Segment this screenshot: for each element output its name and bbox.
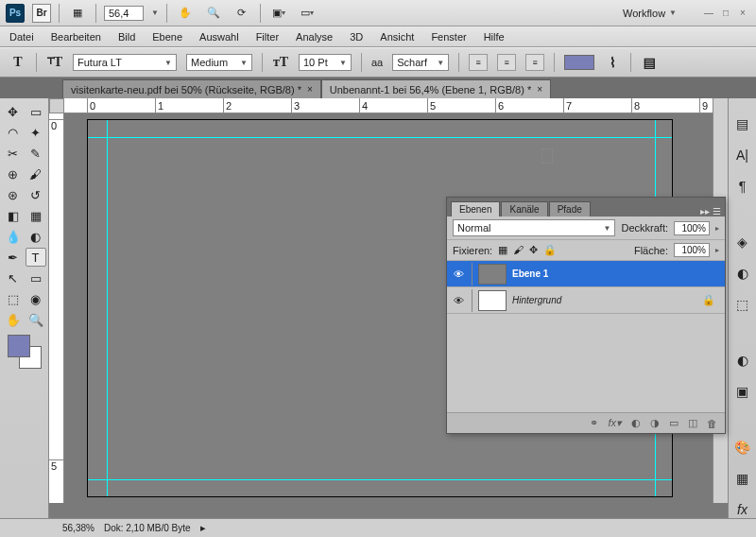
zoom-field[interactable]: 56,4 — [104, 6, 144, 21]
opacity-slider-icon[interactable]: ▸ — [715, 224, 719, 233]
crop-tool[interactable]: ✂ — [3, 144, 24, 163]
stamp-tool[interactable]: ⊛ — [3, 185, 24, 204]
film-icon[interactable]: ▦ — [67, 3, 88, 24]
menu-ansicht[interactable]: Ansicht — [380, 31, 414, 43]
eyedropper-tool[interactable]: ✎ — [26, 144, 46, 163]
character-panel-icon[interactable]: ▤ — [641, 54, 658, 71]
marquee-tool[interactable]: ▭ — [26, 102, 46, 121]
close-icon[interactable]: × — [307, 84, 313, 95]
3d-tool[interactable]: ⬚ — [3, 289, 24, 308]
shape-tool[interactable]: ▭ — [26, 268, 46, 287]
group-icon[interactable]: ▭ — [669, 417, 679, 429]
layer-name[interactable]: Hintergrund — [512, 295, 561, 305]
zoom-icon[interactable]: 🔍 — [203, 3, 224, 24]
brush-tool[interactable]: 🖌 — [26, 165, 46, 183]
align-center-button[interactable]: ≡ — [497, 54, 516, 71]
layer-row[interactable]: 👁 Ebene 1 — [447, 261, 725, 287]
color-icon[interactable]: 🎨 — [733, 440, 752, 456]
brushes-icon[interactable]: ▤ — [733, 115, 752, 131]
lock-position-icon[interactable]: ✥ — [529, 244, 538, 256]
menu-analyse[interactable]: Analyse — [296, 31, 333, 43]
text-color-swatch[interactable] — [564, 55, 594, 70]
menu-fenster[interactable]: Fenster — [431, 31, 466, 43]
layers-icon[interactable]: ◈ — [733, 234, 752, 250]
menu-hilfe[interactable]: Hilfe — [484, 31, 505, 43]
fill-input[interactable]: 100% — [674, 243, 710, 257]
visibility-icon[interactable]: 👁 — [451, 295, 466, 306]
character-icon[interactable]: A| — [733, 147, 752, 163]
tab-kanaele[interactable]: Kanäle — [501, 201, 547, 217]
blend-mode-select[interactable]: Normal▼ — [453, 219, 615, 236]
opacity-input[interactable]: 100% — [674, 221, 710, 235]
status-menu-icon[interactable]: ▸ — [200, 522, 206, 534]
rotate-icon[interactable]: ⟳ — [232, 3, 252, 24]
eraser-tool[interactable]: ◧ — [3, 206, 24, 225]
gradient-tool[interactable]: ▦ — [26, 206, 46, 225]
pen-tool[interactable]: ✒ — [3, 248, 24, 267]
maximize-button[interactable]: □ — [718, 7, 733, 20]
status-doc[interactable]: Dok: 2,10 MB/0 Byte — [104, 523, 191, 533]
hand-tool[interactable]: ✋ — [3, 310, 24, 329]
warp-text-icon[interactable]: ⌇ — [604, 54, 621, 71]
visibility-icon[interactable]: 👁 — [451, 268, 466, 280]
menu-bild[interactable]: Bild — [118, 31, 135, 43]
close-button[interactable]: × — [735, 7, 750, 20]
adjustments-icon[interactable]: ◐ — [733, 353, 752, 369]
panel-menu-icon[interactable]: ▸▸ ☰ — [700, 206, 721, 217]
arrange-icon[interactable]: ▣▾ — [268, 3, 289, 24]
lock-transparent-icon[interactable]: ▦ — [498, 244, 507, 256]
screen-mode-icon[interactable]: ▭▾ — [297, 3, 318, 24]
paths-icon[interactable]: ⬚ — [733, 296, 752, 312]
tool-preset-icon[interactable]: T — [9, 54, 26, 71]
ruler-horizontal[interactable]: 0 1 2 3 4 5 6 7 8 9 — [64, 98, 713, 113]
tab-ebenen[interactable]: Ebenen — [451, 201, 500, 217]
history-brush-tool[interactable]: ↺ — [26, 185, 46, 204]
delete-icon[interactable]: 🗑 — [707, 418, 717, 429]
new-layer-icon[interactable]: ◫ — [688, 417, 697, 429]
lasso-tool[interactable]: ◠ — [3, 123, 24, 142]
fill-slider-icon[interactable]: ▸ — [715, 246, 719, 254]
type-tool[interactable]: T — [26, 248, 46, 267]
channels-icon[interactable]: ◐ — [733, 265, 752, 281]
heal-tool[interactable]: ⊕ — [3, 165, 24, 183]
fx-icon[interactable]: fx▾ — [608, 417, 622, 429]
layer-row[interactable]: 👁 Hintergrund 🔒 — [447, 287, 725, 314]
font-weight-select[interactable]: Medium▼ — [186, 54, 252, 71]
3d-camera-tool[interactable]: ◉ — [26, 289, 46, 308]
layer-thumb[interactable] — [478, 290, 507, 311]
menu-ebene[interactable]: Ebene — [152, 31, 182, 43]
status-zoom[interactable]: 56,38% — [62, 523, 94, 533]
zoom-tool[interactable]: 🔍 — [26, 310, 46, 329]
ruler-vertical[interactable]: 0 5 — [49, 113, 64, 503]
menu-bearbeiten[interactable]: Bearbeiten — [51, 31, 101, 43]
bridge-icon[interactable]: Br — [32, 4, 51, 23]
tab-unbenannt[interactable]: Unbenannt-1 bei 56,4% (Ebene 1, RGB/8) *… — [321, 79, 551, 98]
layer-thumb[interactable] — [478, 264, 507, 285]
hand-icon[interactable]: ✋ — [175, 3, 196, 24]
font-family-select[interactable]: Futura LT▼ — [73, 54, 177, 71]
menu-auswahl[interactable]: Auswahl — [199, 31, 239, 43]
menu-3d[interactable]: 3D — [350, 31, 363, 43]
adjustment-icon[interactable]: ◑ — [650, 417, 660, 429]
menu-datei[interactable]: Datei — [9, 31, 34, 43]
paragraph-icon[interactable]: ¶ — [733, 178, 752, 194]
orientation-icon[interactable]: ⸆T — [46, 54, 63, 71]
tab-visitenkarte[interactable]: visitenkarte-neu.pdf bei 50% (Rückseite,… — [62, 79, 321, 98]
swatches-icon[interactable]: ▦ — [733, 471, 752, 487]
link-icon[interactable]: ⚭ — [590, 417, 598, 429]
align-left-button[interactable]: ≡ — [469, 54, 488, 71]
actions-icon[interactable]: fx — [733, 502, 752, 518]
color-picker[interactable] — [8, 335, 42, 369]
tab-pfade[interactable]: Pfade — [549, 201, 591, 217]
minimize-button[interactable]: — — [701, 7, 716, 20]
align-right-button[interactable]: ≡ — [525, 54, 544, 71]
lock-pixels-icon[interactable]: 🖌 — [513, 244, 524, 256]
move-tool[interactable]: ✥ — [3, 102, 24, 121]
antialias-select[interactable]: Scharf▼ — [392, 54, 449, 71]
path-select-tool[interactable]: ↖ — [3, 268, 24, 287]
ruler-origin[interactable] — [49, 98, 64, 113]
menu-filter[interactable]: Filter — [256, 31, 279, 43]
wand-tool[interactable]: ✦ — [26, 123, 46, 142]
dodge-tool[interactable]: ◐ — [26, 227, 46, 246]
mask-icon[interactable]: ◐ — [631, 417, 641, 429]
